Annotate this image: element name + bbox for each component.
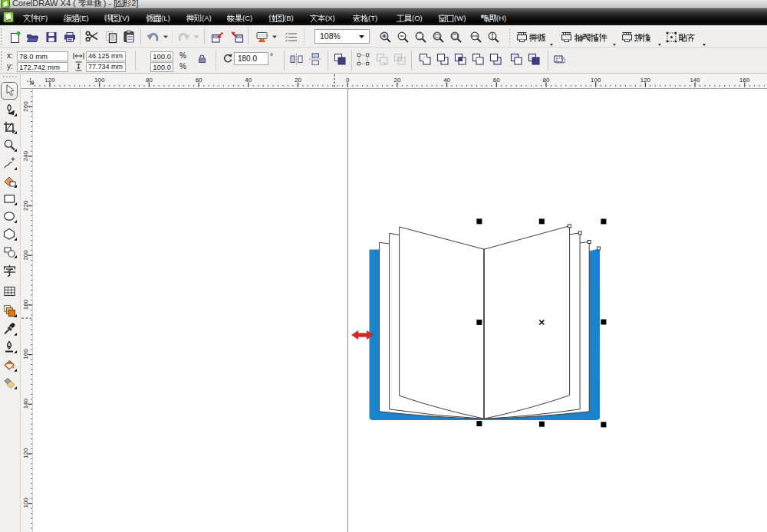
svg-text:40: 40 — [245, 77, 252, 84]
svg-text:240: 240 — [22, 150, 29, 161]
svg-text:120: 120 — [640, 77, 651, 84]
svg-text:80: 80 — [146, 77, 153, 84]
svg-text:120: 120 — [44, 77, 55, 84]
svg-text:180: 180 — [22, 299, 29, 310]
svg-text:220: 220 — [22, 200, 29, 211]
svg-text:100: 100 — [94, 77, 105, 84]
svg-text:0: 0 — [346, 77, 350, 84]
svg-text:140: 140 — [690, 77, 700, 84]
svg-text:20: 20 — [295, 77, 301, 84]
svg-text:120: 120 — [22, 448, 29, 458]
svg-text:140: 140 — [22, 398, 29, 409]
svg-text:20: 20 — [393, 77, 400, 84]
svg-text:160: 160 — [739, 77, 750, 84]
svg-text:260: 260 — [22, 101, 29, 112]
svg-text:60: 60 — [493, 77, 500, 84]
svg-text:200: 200 — [22, 250, 29, 261]
svg-text:40: 40 — [443, 77, 450, 84]
svg-text:100: 100 — [591, 77, 601, 84]
svg-text:100: 100 — [22, 498, 29, 508]
svg-text:80: 80 — [543, 77, 550, 84]
svg-text:60: 60 — [196, 77, 202, 84]
svg-text:160: 160 — [22, 349, 29, 360]
